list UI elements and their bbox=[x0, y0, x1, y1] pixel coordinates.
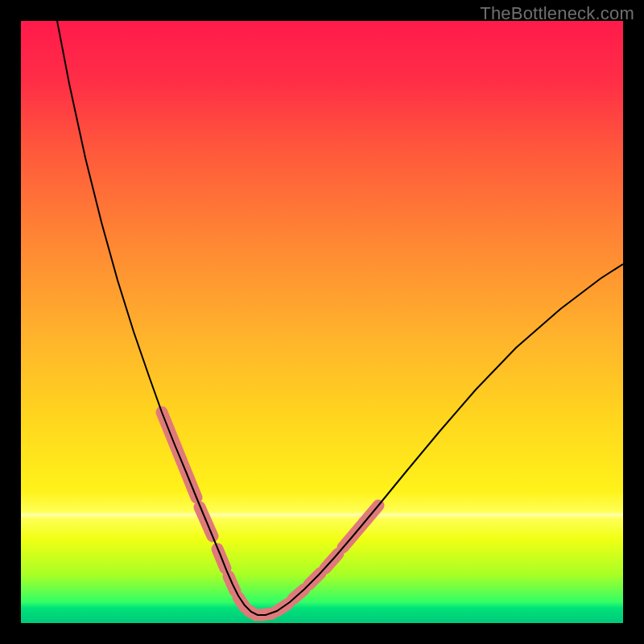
curve-layer bbox=[21, 21, 623, 623]
left-low-3 bbox=[238, 597, 245, 607]
bottleneck-curve-path bbox=[57, 21, 623, 615]
marker-group bbox=[162, 412, 378, 615]
plot-area bbox=[21, 21, 623, 623]
outer-frame: TheBottleneck.com bbox=[0, 0, 644, 644]
